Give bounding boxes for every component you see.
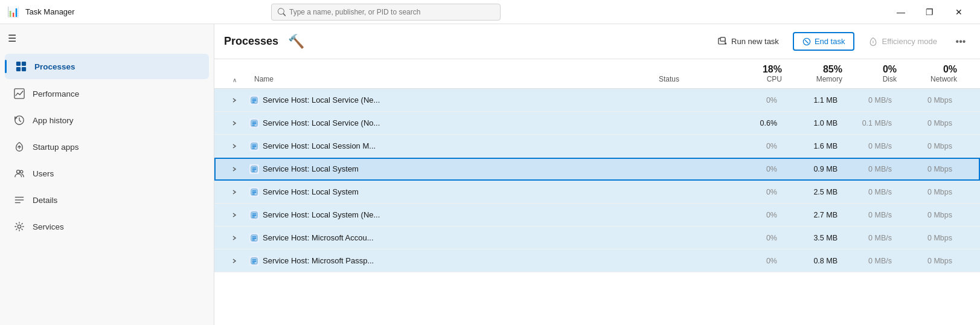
svg-point-9 <box>17 170 20 173</box>
sidebar-item-app-history[interactable]: App history <box>5 108 209 132</box>
sidebar-item-performance[interactable]: Performance <box>5 82 209 106</box>
startup-apps-icon <box>13 141 25 153</box>
row-cpu: 0% <box>732 257 787 265</box>
process-icon <box>249 164 259 174</box>
svg-rect-31 <box>252 146 257 147</box>
row-name-cell: Service Host: Local System (Ne... <box>249 210 654 220</box>
sidebar-item-startup-apps-label: Startup apps <box>33 143 79 152</box>
row-memory: 0.9 MB <box>787 165 847 173</box>
svg-rect-34 <box>252 167 257 168</box>
efficiency-mode-button[interactable]: Efficiency mode <box>859 33 946 51</box>
process-icon <box>249 95 259 105</box>
row-name-text: Service Host: Local System (Ne... <box>263 210 380 219</box>
row-memory: 2.5 MB <box>787 188 847 196</box>
search-bar[interactable] <box>271 4 501 21</box>
row-memory: 3.5 MB <box>787 234 847 242</box>
sidebar-item-services-label: Services <box>33 222 64 231</box>
sidebar-item-startup-apps[interactable]: Startup apps <box>5 135 209 159</box>
sort-icon[interactable]: ∧ <box>219 77 249 86</box>
sidebar-item-processes[interactable]: Processes <box>5 54 209 79</box>
table-row[interactable]: Service Host: Microsoft Accou... 0% 3.5 … <box>214 227 980 249</box>
row-expand-button[interactable] <box>219 143 249 149</box>
svg-rect-30 <box>252 144 257 145</box>
row-name-cell: Service Host: Local Session M... <box>249 141 654 151</box>
row-expand-button[interactable] <box>219 97 249 103</box>
toolbar: Processes 🔨 Run new task End task <box>214 24 980 59</box>
end-task-button[interactable]: End task <box>793 32 855 51</box>
process-icon <box>249 141 259 151</box>
col-header-status[interactable]: Status <box>654 72 732 86</box>
col-header-cpu[interactable]: 18% CPU <box>732 62 787 86</box>
app-history-icon <box>13 114 25 126</box>
process-icon <box>249 187 259 197</box>
row-expand-button[interactable] <box>219 120 249 126</box>
svg-rect-48 <box>252 239 255 240</box>
col-header-network[interactable]: 0% Network <box>902 62 962 86</box>
sidebar: ☰ Processes Performance <box>0 24 214 325</box>
svg-rect-28 <box>252 124 255 125</box>
sidebar-item-users[interactable]: Users <box>5 161 209 185</box>
table-row[interactable]: Service Host: Local System 0% 0.9 MB 0 M… <box>214 158 980 181</box>
row-disk: 0 MB/s <box>847 142 902 150</box>
svg-rect-4 <box>14 89 24 98</box>
svg-rect-52 <box>252 262 255 263</box>
sidebar-item-details[interactable]: Details <box>5 188 209 212</box>
svg-rect-24 <box>252 101 255 102</box>
process-icon <box>249 210 259 220</box>
row-expand-button[interactable] <box>219 189 249 195</box>
row-name-cell: Service Host: Microsoft Accou... <box>249 233 654 243</box>
row-memory: 2.7 MB <box>787 211 847 219</box>
more-options-button[interactable]: ••• <box>951 32 970 51</box>
details-icon <box>13 194 25 206</box>
svg-rect-43 <box>252 215 257 216</box>
table-row[interactable]: Service Host: Local Service (No... 0.6% … <box>214 112 980 135</box>
active-indicator <box>5 60 7 73</box>
hamburger-button[interactable]: ☰ <box>0 27 24 50</box>
svg-rect-22 <box>252 98 257 99</box>
row-expand-button[interactable] <box>219 166 249 172</box>
svg-rect-44 <box>252 216 255 217</box>
processes-table: ∧ Name Status 18% CPU 85% Memory 0% Disk… <box>214 59 980 325</box>
row-cpu: 0% <box>732 96 787 105</box>
sidebar-item-services[interactable]: Services <box>5 214 209 239</box>
row-network: 0 Mbps <box>902 234 962 242</box>
process-icon <box>249 256 259 266</box>
row-disk: 0 MB/s <box>847 211 902 219</box>
svg-rect-0 <box>16 62 21 66</box>
table-body: Service Host: Local Service (Ne... 0% 1.… <box>214 89 980 325</box>
table-row[interactable]: Service Host: Local Service (Ne... 0% 1.… <box>214 89 980 112</box>
sidebar-item-performance-label: Performance <box>33 89 79 98</box>
row-disk: 0 MB/s <box>847 234 902 242</box>
row-expand-button[interactable] <box>219 258 249 264</box>
table-row[interactable]: Service Host: Local System (Ne... 0% 2.7… <box>214 204 980 227</box>
hammer-icon: 🔨 <box>288 34 304 50</box>
sidebar-item-app-history-label: App history <box>33 116 74 125</box>
row-network: 0 Mbps <box>902 165 962 173</box>
col-header-memory[interactable]: 85% Memory <box>787 62 847 86</box>
run-new-task-button[interactable]: Run new task <box>709 33 788 51</box>
row-disk: 0 MB/s <box>847 165 902 173</box>
search-input[interactable] <box>289 8 494 16</box>
col-header-name[interactable]: Name <box>249 72 654 86</box>
row-name-text: Service Host: Microsoft Accou... <box>263 233 374 242</box>
table-row[interactable]: Service Host: Local Session M... 0% 1.6 … <box>214 135 980 158</box>
row-cpu: 0.6% <box>732 119 787 127</box>
row-expand-button[interactable] <box>219 212 249 218</box>
table-row[interactable]: Service Host: Microsoft Passp... 0% 0.8 … <box>214 249 980 272</box>
close-button[interactable]: ✕ <box>945 2 973 22</box>
svg-rect-3 <box>22 67 26 71</box>
row-name-text: Service Host: Local Session M... <box>263 141 376 150</box>
table-row[interactable]: Service Host: Local System 0% 2.5 MB 0 M… <box>214 181 980 204</box>
row-cpu: 0% <box>732 165 787 173</box>
row-name-cell: Service Host: Microsoft Passp... <box>249 256 654 266</box>
row-cpu: 0% <box>732 234 787 242</box>
maximize-button[interactable]: ❐ <box>916 2 944 22</box>
minimize-button[interactable]: — <box>887 2 915 22</box>
row-cpu: 0% <box>732 142 787 150</box>
svg-rect-42 <box>252 213 257 214</box>
row-expand-button[interactable] <box>219 235 249 241</box>
col-header-disk[interactable]: 0% Disk <box>847 62 902 86</box>
app-body: ☰ Processes Performance <box>0 24 980 325</box>
svg-rect-47 <box>252 238 257 239</box>
svg-rect-1 <box>22 62 26 66</box>
